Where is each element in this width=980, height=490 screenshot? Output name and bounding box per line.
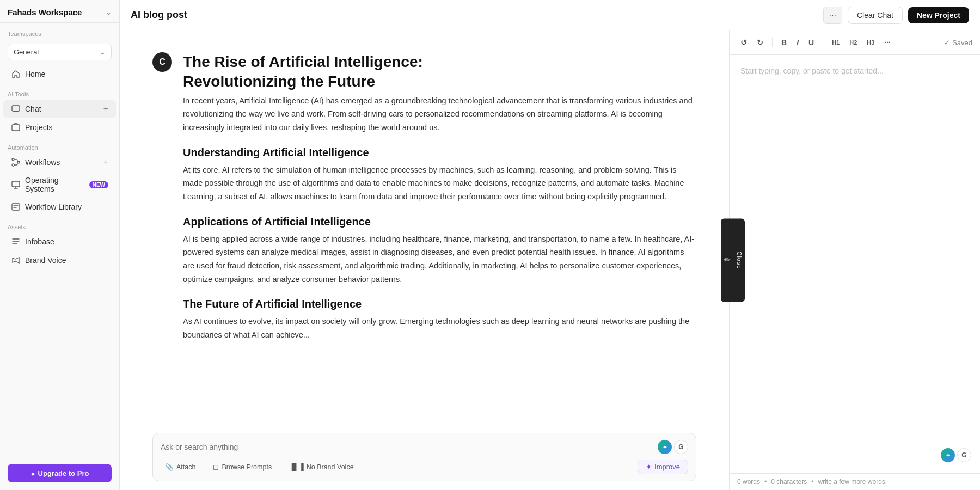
footer-sep1: • [764, 478, 767, 486]
operating-systems-label: Operating Systems [25, 176, 83, 193]
doc-section1-title: Understanding Artificial Intelligence [183, 146, 696, 159]
saved-label: Saved [952, 39, 972, 47]
operating-systems-icon [11, 180, 21, 189]
topbar-actions: ··· Clear Chat New Project [823, 7, 969, 24]
upgrade-icon: ⬥ [30, 469, 35, 477]
sidebar-item-workflow-library[interactable]: Workflow Library [3, 198, 116, 216]
teamspace-selector[interactable]: General ⌄ [0, 39, 119, 65]
footer-sep2: • [811, 478, 813, 486]
workflows-label: Workflows [25, 158, 99, 167]
home-icon [11, 69, 21, 79]
close-panel-label: Close [736, 251, 743, 269]
improve-label: Improve [654, 463, 680, 471]
h2-button[interactable]: H2 [846, 37, 860, 48]
home-label: Home [25, 70, 108, 78]
undo-button[interactable]: ↺ [737, 36, 750, 49]
h1-button[interactable]: H1 [829, 37, 843, 48]
upgrade-label: Upgrade to Pro [38, 469, 89, 477]
g-icon-badge: G [674, 440, 688, 454]
italic-button[interactable]: I [793, 36, 802, 49]
toolbar-divider-2 [823, 38, 823, 47]
improve-button[interactable]: ✦ Improve [638, 460, 688, 474]
attach-icon: 📎 [165, 463, 174, 471]
projects-label: Projects [25, 123, 108, 132]
topbar-more-button[interactable]: ··· [823, 7, 842, 24]
sidebar-item-workflows[interactable]: Workflows + [3, 154, 116, 171]
infobase-label: Infobase [25, 237, 108, 246]
author-avatar: C [152, 52, 172, 72]
sidebar-item-chat[interactable]: Chat + [3, 100, 116, 118]
bold-button[interactable]: B [778, 36, 790, 49]
sidebar-item-operating-systems[interactable]: Operating Systems NEW [3, 172, 116, 197]
ai-icon-badge: ✦ [658, 440, 672, 454]
page-title: AI blog post [131, 9, 823, 21]
redo-button[interactable]: ↻ [754, 36, 767, 49]
editor-panel: Close ✏ ↺ ↻ B I U H1 H2 H3 ··· ✓ Saved [730, 30, 980, 490]
browse-prompts-icon: ◻ [213, 463, 219, 471]
underline-button[interactable]: U [805, 36, 817, 49]
checkmark-icon: ✓ [944, 39, 950, 47]
new-project-button[interactable]: New Project [908, 7, 969, 23]
editor-ai-icon: ✦ [941, 448, 955, 462]
workflow-library-label: Workflow Library [25, 203, 108, 211]
close-panel-button[interactable]: Close ✏ [721, 218, 745, 302]
editor-content[interactable]: Start typing, copy, or paste to get star… [730, 55, 980, 473]
upgrade-button[interactable]: ⬥ Upgrade to Pro [8, 464, 112, 482]
browse-prompts-button[interactable]: ◻ Browse Prompts [209, 461, 276, 473]
chat-input-icons: ✦ G [658, 440, 688, 454]
editor-more-button[interactable]: ··· [881, 36, 894, 49]
editor-placeholder: Start typing, copy, or paste to get star… [740, 66, 884, 75]
chat-input-box: ✦ G 📎 Attach ◻ Browse Prompts [152, 433, 696, 481]
ai-tools-label: AI Tools [0, 83, 119, 100]
projects-icon [11, 122, 21, 132]
document-content: C The Rise of Artificial Intelligence: R… [120, 30, 729, 426]
chat-add-icon[interactable]: + [103, 104, 108, 114]
editor-g-icon: G [957, 448, 971, 462]
doc-intro: In recent years, Artificial Intelligence… [183, 94, 696, 134]
editor-ai-badges: ✦ G [941, 448, 971, 462]
clear-chat-button[interactable]: Clear Chat [848, 7, 903, 24]
main-area: AI blog post ··· Clear Chat New Project … [120, 0, 980, 490]
word-count: 0 words [737, 478, 760, 486]
attach-button[interactable]: 📎 Attach [161, 461, 200, 473]
sidebar: Fahads Workspace ⌄ Teamspaces General ⌄ … [0, 0, 120, 490]
automation-label: Automation [0, 137, 119, 153]
teamspace-chevron-icon: ⌄ [100, 48, 106, 56]
os-new-badge: NEW [89, 181, 108, 188]
svg-rect-1 [12, 125, 20, 131]
svg-rect-5 [12, 181, 20, 187]
editor-footer: 0 words • 0 characters • write a few mor… [730, 473, 980, 490]
document-body: The Rise of Artificial Intelligence: Rev… [183, 52, 696, 341]
attach-label: Attach [176, 463, 195, 471]
workspace-title: Fahads Workspace [8, 8, 82, 17]
h3-button[interactable]: H3 [863, 37, 878, 48]
doc-section2-title: Applications of Artificial Intelligence [183, 216, 696, 228]
assets-label: Assets [0, 216, 119, 232]
sidebar-item-infobase[interactable]: Infobase [3, 233, 116, 250]
svg-point-2 [12, 158, 14, 161]
saved-status: ✓ Saved [944, 39, 972, 47]
doc-title-line1: The Rise of Artificial Intelligence: Rev… [183, 52, 696, 92]
doc-section1-body: At its core, AI refers to the simulation… [183, 163, 696, 204]
no-brand-voice-label: No Brand Voice [307, 463, 354, 471]
workspace-chevron-icon: ⌄ [106, 8, 112, 16]
workflows-icon [11, 157, 21, 167]
chat-icon [11, 104, 21, 114]
teamspace-label: Teamspaces [0, 23, 119, 39]
svg-point-4 [12, 164, 14, 166]
sidebar-item-projects[interactable]: Projects [3, 119, 116, 136]
workflow-library-icon [11, 202, 21, 212]
doc-section2-body: AI is being applied across a wide range … [183, 232, 696, 286]
sidebar-item-brand-voice[interactable]: Brand Voice [3, 252, 116, 269]
sidebar-item-home[interactable]: Home [3, 65, 116, 83]
toolbar-divider-1 [772, 38, 773, 47]
workflows-add-icon[interactable]: + [103, 157, 108, 167]
workspace-header[interactable]: Fahads Workspace ⌄ [0, 0, 119, 23]
footer-hint: write a few more words [818, 478, 885, 486]
chat-input[interactable] [161, 443, 653, 451]
no-brand-voice-button[interactable]: ▐▌▐ No Brand Voice [285, 461, 358, 473]
teamspace-select[interactable]: General ⌄ [8, 44, 112, 60]
svg-rect-0 [12, 106, 20, 111]
editor-toolbar: ↺ ↻ B I U H1 H2 H3 ··· ✓ Saved [730, 30, 980, 55]
chat-input-row: ✦ G [161, 440, 688, 454]
